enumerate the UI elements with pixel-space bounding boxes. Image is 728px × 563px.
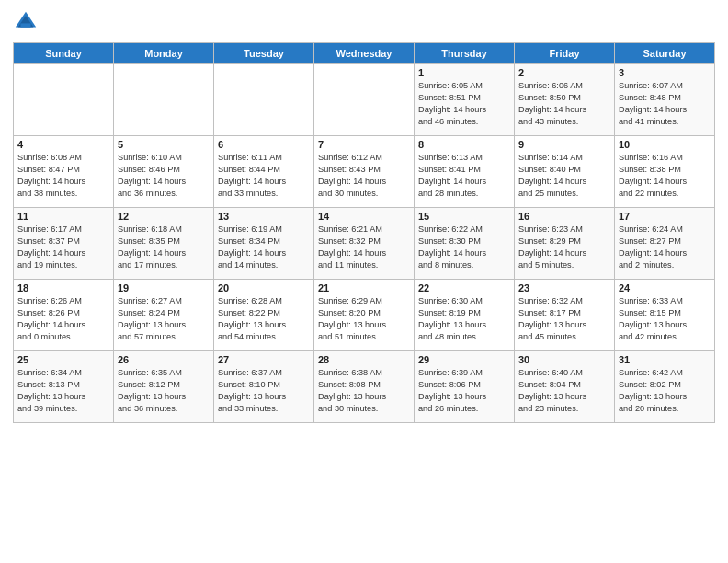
day-number: 22 [418,282,510,293]
day-info: Sunrise: 6:12 AMSunset: 8:43 PMDaylight:… [318,152,410,200]
day-number: 2 [518,67,610,78]
weekday-header: Wednesday [314,43,415,64]
calendar-cell: 29Sunrise: 6:39 AMSunset: 8:06 PMDayligh… [415,351,515,423]
weekday-header: Saturday [615,43,715,64]
day-number: 21 [318,282,410,293]
day-number: 30 [518,354,610,365]
weekday-header: Monday [114,43,214,64]
day-number: 25 [17,354,109,365]
day-info: Sunrise: 6:19 AMSunset: 8:34 PMDaylight:… [218,224,310,271]
day-number: 6 [218,139,310,150]
calendar-cell [214,64,314,136]
calendar-cell: 24Sunrise: 6:33 AMSunset: 8:15 PMDayligh… [615,280,715,351]
calendar-cell: 12Sunrise: 6:18 AMSunset: 8:35 PMDayligh… [114,208,214,280]
calendar-cell: 9Sunrise: 6:14 AMSunset: 8:40 PMDaylight… [515,136,615,208]
day-number: 26 [118,354,210,365]
calendar-week-row: 25Sunrise: 6:34 AMSunset: 8:13 PMDayligh… [14,351,715,423]
calendar-cell [314,64,415,136]
calendar-cell: 10Sunrise: 6:16 AMSunset: 8:38 PMDayligh… [615,136,715,208]
logo-icon [13,9,39,35]
day-info: Sunrise: 6:08 AMSunset: 8:47 PMDaylight:… [17,152,109,200]
day-number: 10 [619,139,711,150]
day-number: 24 [619,282,711,293]
calendar-cell: 14Sunrise: 6:21 AMSunset: 8:32 PMDayligh… [314,208,415,280]
day-info: Sunrise: 6:22 AMSunset: 8:30 PMDaylight:… [418,224,510,271]
calendar-cell: 7Sunrise: 6:12 AMSunset: 8:43 PMDaylight… [314,136,415,208]
day-info: Sunrise: 6:10 AMSunset: 8:46 PMDaylight:… [118,152,210,200]
day-info: Sunrise: 6:38 AMSunset: 8:08 PMDaylight:… [318,367,410,415]
day-number: 28 [318,354,410,365]
calendar-cell: 2Sunrise: 6:06 AMSunset: 8:50 PMDaylight… [515,64,615,136]
day-info: Sunrise: 6:24 AMSunset: 8:27 PMDaylight:… [619,224,711,271]
day-number: 16 [518,211,610,222]
day-info: Sunrise: 6:14 AMSunset: 8:40 PMDaylight:… [518,152,610,200]
calendar-cell: 17Sunrise: 6:24 AMSunset: 8:27 PMDayligh… [615,208,715,280]
calendar-week-row: 18Sunrise: 6:26 AMSunset: 8:26 PMDayligh… [14,280,715,351]
calendar-cell: 22Sunrise: 6:30 AMSunset: 8:19 PMDayligh… [415,280,515,351]
calendar-cell: 27Sunrise: 6:37 AMSunset: 8:10 PMDayligh… [214,351,314,423]
calendar-cell: 19Sunrise: 6:27 AMSunset: 8:24 PMDayligh… [114,280,214,351]
day-info: Sunrise: 6:33 AMSunset: 8:15 PMDaylight:… [619,295,711,343]
calendar-cell: 23Sunrise: 6:32 AMSunset: 8:17 PMDayligh… [515,280,615,351]
day-number: 7 [318,139,410,150]
calendar-cell: 4Sunrise: 6:08 AMSunset: 8:47 PMDaylight… [14,136,114,208]
day-info: Sunrise: 6:13 AMSunset: 8:41 PMDaylight:… [418,152,510,200]
day-info: Sunrise: 6:42 AMSunset: 8:02 PMDaylight:… [619,367,711,415]
day-number: 3 [619,67,711,78]
calendar-week-row: 4Sunrise: 6:08 AMSunset: 8:47 PMDaylight… [14,136,715,208]
calendar-header-row: SundayMondayTuesdayWednesdayThursdayFrid… [14,43,715,64]
day-info: Sunrise: 6:18 AMSunset: 8:35 PMDaylight:… [118,224,210,271]
day-info: Sunrise: 6:05 AMSunset: 8:51 PMDaylight:… [418,80,510,128]
day-number: 19 [118,282,210,293]
day-info: Sunrise: 6:32 AMSunset: 8:17 PMDaylight:… [518,295,610,343]
calendar-cell: 11Sunrise: 6:17 AMSunset: 8:37 PMDayligh… [14,208,114,280]
day-number: 12 [118,211,210,222]
calendar-cell: 20Sunrise: 6:28 AMSunset: 8:22 PMDayligh… [214,280,314,351]
weekday-header: Thursday [415,43,515,64]
day-info: Sunrise: 6:30 AMSunset: 8:19 PMDaylight:… [418,295,510,343]
day-number: 20 [218,282,310,293]
calendar-cell [114,64,214,136]
calendar-cell [14,64,114,136]
calendar-week-row: 11Sunrise: 6:17 AMSunset: 8:37 PMDayligh… [14,208,715,280]
calendar-cell: 1Sunrise: 6:05 AMSunset: 8:51 PMDaylight… [415,64,515,136]
calendar-cell: 31Sunrise: 6:42 AMSunset: 8:02 PMDayligh… [615,351,715,423]
weekday-header: Tuesday [214,43,314,64]
day-number: 13 [218,211,310,222]
calendar-cell: 16Sunrise: 6:23 AMSunset: 8:29 PMDayligh… [515,208,615,280]
day-number: 11 [17,211,109,222]
day-info: Sunrise: 6:26 AMSunset: 8:26 PMDaylight:… [17,295,109,343]
calendar-cell: 21Sunrise: 6:29 AMSunset: 8:20 PMDayligh… [314,280,415,351]
calendar-cell: 5Sunrise: 6:10 AMSunset: 8:46 PMDaylight… [114,136,214,208]
calendar-cell: 15Sunrise: 6:22 AMSunset: 8:30 PMDayligh… [415,208,515,280]
weekday-header: Friday [515,43,615,64]
logo [13,9,42,35]
day-info: Sunrise: 6:29 AMSunset: 8:20 PMDaylight:… [318,295,410,343]
svg-rect-2 [20,23,30,27]
day-info: Sunrise: 6:17 AMSunset: 8:37 PMDaylight:… [17,224,109,271]
day-number: 9 [518,139,610,150]
calendar-cell: 13Sunrise: 6:19 AMSunset: 8:34 PMDayligh… [214,208,314,280]
calendar-cell: 18Sunrise: 6:26 AMSunset: 8:26 PMDayligh… [14,280,114,351]
day-number: 23 [518,282,610,293]
day-number: 15 [418,211,510,222]
day-info: Sunrise: 6:39 AMSunset: 8:06 PMDaylight:… [418,367,510,415]
header [13,9,715,35]
calendar-cell: 3Sunrise: 6:07 AMSunset: 8:48 PMDaylight… [615,64,715,136]
day-number: 27 [218,354,310,365]
day-info: Sunrise: 6:34 AMSunset: 8:13 PMDaylight:… [17,367,109,415]
calendar-week-row: 1Sunrise: 6:05 AMSunset: 8:51 PMDaylight… [14,64,715,136]
day-number: 4 [17,139,109,150]
day-number: 8 [418,139,510,150]
day-number: 14 [318,211,410,222]
calendar-cell: 28Sunrise: 6:38 AMSunset: 8:08 PMDayligh… [314,351,415,423]
day-number: 17 [619,211,711,222]
day-info: Sunrise: 6:37 AMSunset: 8:10 PMDaylight:… [218,367,310,415]
day-info: Sunrise: 6:27 AMSunset: 8:24 PMDaylight:… [118,295,210,343]
calendar-cell: 6Sunrise: 6:11 AMSunset: 8:44 PMDaylight… [214,136,314,208]
day-number: 31 [619,354,711,365]
day-info: Sunrise: 6:23 AMSunset: 8:29 PMDaylight:… [518,224,610,271]
weekday-header: Sunday [14,43,114,64]
day-info: Sunrise: 6:40 AMSunset: 8:04 PMDaylight:… [518,367,610,415]
day-number: 18 [17,282,109,293]
